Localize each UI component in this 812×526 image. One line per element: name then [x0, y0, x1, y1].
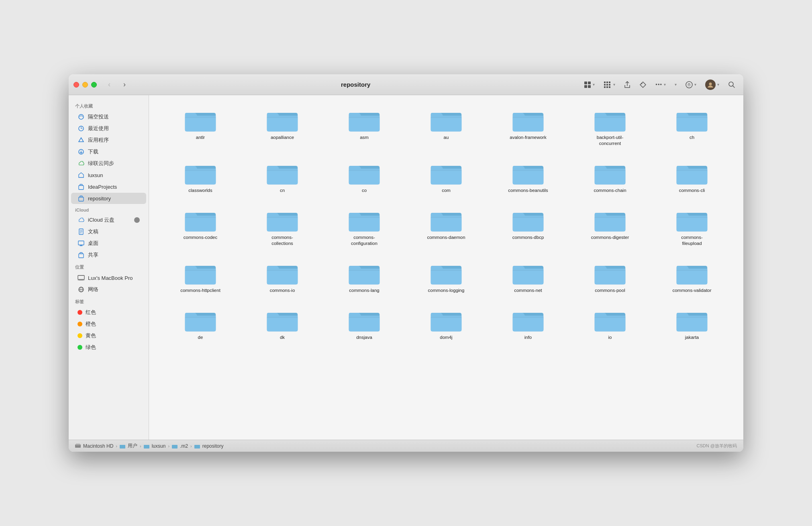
- sidebar-item-desktop[interactable]: 桌面: [71, 238, 146, 249]
- folder-icon-jakarta: [676, 306, 708, 332]
- breadcrumb-repository[interactable]: repository: [194, 443, 224, 449]
- folder-icon-io: [594, 306, 626, 332]
- group-button[interactable]: ▾: [600, 79, 618, 90]
- sort-button[interactable]: ▾: [671, 79, 680, 90]
- luxsun-label: luxsun: [88, 172, 103, 178]
- folder-label-au: au: [444, 135, 449, 141]
- folder-item-dk[interactable]: dk: [243, 303, 322, 344]
- folder-item-ch[interactable]: ch: [653, 103, 731, 150]
- sidebar-item-docs[interactable]: 文稿: [71, 226, 146, 237]
- account-button[interactable]: ® ▾: [682, 79, 700, 90]
- folder-label-co: co: [362, 188, 367, 194]
- folder-item-commons-lang[interactable]: commons-lang: [325, 256, 404, 297]
- folder-item-co[interactable]: co: [325, 156, 404, 197]
- more-button[interactable]: ••• ▾: [652, 79, 669, 90]
- folder-item-commons-cli[interactable]: commons-cli: [653, 156, 731, 197]
- breadcrumb-macintosh[interactable]: Macintosh HD: [75, 443, 113, 449]
- folder-item-commons-configuration[interactable]: commons-configuration: [325, 203, 404, 250]
- sidebar-item-tag-yellow[interactable]: 黄色: [71, 330, 146, 341]
- folder-item-dnsjava[interactable]: dnsjava: [325, 303, 404, 344]
- sidebar-item-tag-red[interactable]: 红色: [71, 307, 146, 318]
- sidebar-item-network[interactable]: 网络: [71, 284, 146, 295]
- breadcrumb-m2-label: .m2: [180, 443, 188, 449]
- sep1: ›: [116, 444, 117, 449]
- statusbar: Macintosh HD › 用户 › luxsun › .m2 › repos…: [69, 440, 743, 452]
- search-button[interactable]: [725, 79, 739, 90]
- breadcrumb-luxsun[interactable]: luxsun: [144, 443, 166, 449]
- folder-item-avalon-framework[interactable]: avalon-framework: [489, 103, 567, 150]
- tag-dot-green: [78, 345, 82, 350]
- folder-label-commons-chain: commons-chain: [594, 188, 626, 194]
- back-button[interactable]: ‹: [103, 79, 115, 91]
- folder-item-commons-beanutils[interactable]: commons-beanutils: [489, 156, 567, 197]
- folder-item-info[interactable]: info: [489, 303, 567, 344]
- folder-item-commons-collections[interactable]: commons-collections: [243, 203, 322, 250]
- sidebar-item-share[interactable]: 共享: [71, 249, 146, 261]
- folder-label-antlr: antlr: [196, 135, 205, 141]
- sidebar-item-recents[interactable]: 最近使用: [71, 123, 146, 134]
- folder-label-avalon-framework: avalon-framework: [510, 135, 546, 141]
- folder-label-commons-net: commons-net: [514, 287, 542, 294]
- folder-item-commons-logging[interactable]: commons-logging: [407, 256, 486, 297]
- folder-item-commons-validator[interactable]: commons-validator: [653, 256, 731, 297]
- folder-item-jakarta[interactable]: jakarta: [653, 303, 731, 344]
- sidebar-item-macbook[interactable]: Lux's MacBook Pro: [71, 272, 146, 283]
- luyun-icon: [78, 160, 85, 167]
- breadcrumb-users-label: 用户: [128, 442, 137, 449]
- folder-label-commons-pool: commons-pool: [595, 287, 625, 294]
- hd-icon: [75, 444, 81, 449]
- folder-item-au[interactable]: au: [407, 103, 486, 150]
- folder-label-commons-codec: commons-codec: [184, 234, 217, 241]
- sidebar-item-airdrop[interactable]: 隔空投送: [71, 111, 146, 122]
- svg-rect-22: [79, 197, 84, 201]
- sidebar-item-tag-green[interactable]: 绿色: [71, 342, 146, 353]
- folder-item-commons-chain[interactable]: commons-chain: [571, 156, 649, 197]
- sidebar-item-repository[interactable]: repository: [71, 193, 146, 204]
- minimize-button[interactable]: [82, 82, 88, 88]
- folder-icon-commons-daemon: [430, 206, 462, 232]
- folder-item-commons-codec[interactable]: commons-codec: [161, 203, 240, 250]
- folder-item-commons-fileupload[interactable]: commons-fileupload: [653, 203, 731, 250]
- sidebar-item-apps[interactable]: 应用程序: [71, 135, 146, 146]
- folder-item-commons-daemon[interactable]: commons-daemon: [407, 203, 486, 250]
- close-button[interactable]: [73, 82, 79, 88]
- folder-item-classworlds[interactable]: classworlds: [161, 156, 240, 197]
- folder-item-aopalliance[interactable]: aopalliance: [243, 103, 322, 150]
- sidebar-item-downloads[interactable]: 下载: [71, 146, 146, 157]
- folder-item-asm[interactable]: asm: [325, 103, 404, 150]
- breadcrumb-m2[interactable]: .m2: [172, 443, 188, 449]
- folder-item-commons-httpclient[interactable]: commons-httpclient: [161, 256, 240, 297]
- folder-item-io[interactable]: io: [571, 303, 649, 344]
- folder-item-commons-pool[interactable]: commons-pool: [571, 256, 649, 297]
- breadcrumb-users[interactable]: 用户: [120, 442, 137, 449]
- forward-button[interactable]: ›: [118, 79, 131, 91]
- network-icon: [78, 286, 85, 293]
- folder-item-com[interactable]: com: [407, 156, 486, 197]
- sidebar-item-idea[interactable]: IdeaProjects: [71, 181, 146, 192]
- sidebar-item-tag-orange[interactable]: 橙色: [71, 318, 146, 330]
- folder-icon-au: [430, 106, 462, 132]
- folder-item-commons-digester[interactable]: commons-digester: [571, 203, 649, 250]
- folder-item-commons-dbcp[interactable]: commons-dbcp: [489, 203, 567, 250]
- user-button[interactable]: ▾: [702, 79, 722, 90]
- sidebar-item-luxsun[interactable]: luxsun: [71, 169, 146, 181]
- folder-item-backport-util-concurrent[interactable]: backport-util-concurrent: [571, 103, 649, 150]
- share-button[interactable]: [621, 79, 634, 90]
- sidebar-item-luyun[interactable]: 绿联云同步: [71, 158, 146, 169]
- maximize-button[interactable]: [91, 82, 97, 88]
- folder-item-commons-io[interactable]: commons-io: [243, 256, 322, 297]
- folder-item-commons-net[interactable]: commons-net: [489, 256, 567, 297]
- folder-item-cn[interactable]: cn: [243, 156, 322, 197]
- sidebar-item-icloud[interactable]: iCloud 云盘: [71, 214, 146, 226]
- watermark: CSDN @放羊的牧码: [697, 443, 737, 449]
- icloud-badge: [134, 217, 140, 223]
- view-icon-button[interactable]: ▾: [581, 79, 598, 90]
- folder-item-de[interactable]: de: [161, 303, 240, 344]
- user-avatar: [705, 80, 716, 90]
- tag-button[interactable]: [636, 79, 650, 90]
- folder-icon-com: [430, 159, 462, 185]
- folder-icon-backport-util-concurrent: [594, 106, 626, 132]
- folder-label-commons-logging: commons-logging: [428, 287, 465, 294]
- folder-item-antlr[interactable]: antlr: [161, 103, 240, 150]
- folder-item-dom4j[interactable]: dom4j: [407, 303, 486, 344]
